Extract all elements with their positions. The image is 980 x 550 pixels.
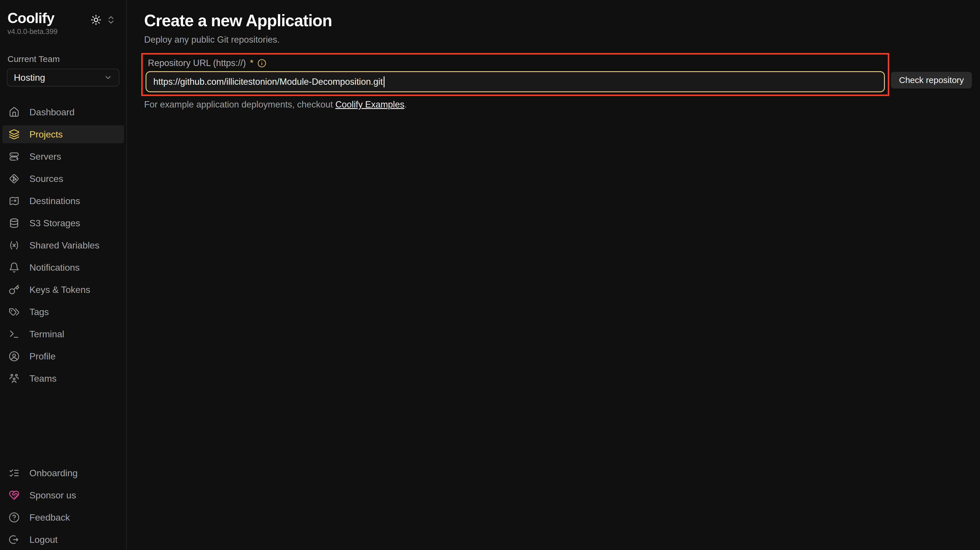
nav-label: Profile bbox=[29, 351, 56, 362]
nav-label: Projects bbox=[29, 129, 63, 140]
sidebar-item-tags[interactable]: Tags bbox=[2, 303, 124, 321]
logo-block: Coolify v4.0.0-beta.399 bbox=[8, 10, 58, 36]
tags-icon bbox=[9, 307, 20, 317]
required-marker: * bbox=[250, 58, 253, 68]
house-icon bbox=[9, 107, 20, 118]
sidebar-item-teams[interactable]: Teams bbox=[2, 370, 124, 388]
repository-url-label-row: Repository URL (https://) * bbox=[146, 58, 885, 68]
repository-url-label: Repository URL (https://) bbox=[148, 58, 246, 68]
bell-icon bbox=[9, 262, 20, 273]
sidebar-item-onboarding[interactable]: Onboarding bbox=[2, 464, 124, 482]
helper-text: For example application deployments, che… bbox=[144, 99, 972, 110]
app-logo: Coolify bbox=[8, 10, 58, 26]
sidebar-nav: Dashboard Projects Servers Sources Desti… bbox=[0, 103, 126, 388]
nav-label: Teams bbox=[29, 373, 56, 384]
app-version: v4.0.0-beta.399 bbox=[8, 27, 58, 36]
sidebar-item-s3-storages[interactable]: S3 Storages bbox=[2, 214, 124, 232]
nav-label: Sponsor us bbox=[29, 490, 76, 501]
coolify-examples-link[interactable]: Coolify Examples bbox=[335, 99, 404, 110]
main-content: Create a new Application Deploy any publ… bbox=[127, 0, 980, 550]
terminal-icon bbox=[9, 329, 20, 340]
sidebar-item-destinations[interactable]: Destinations bbox=[2, 192, 124, 210]
nav-label: Logout bbox=[29, 534, 58, 545]
chevron-down-icon bbox=[104, 73, 112, 82]
sidebar-item-notifications[interactable]: Notifications bbox=[2, 259, 124, 277]
sidebar-header: Coolify v4.0.0-beta.399 bbox=[0, 0, 126, 36]
highlight-outline-box: Repository URL (https://) * https://gith… bbox=[141, 53, 889, 96]
nav-label: Feedback bbox=[29, 512, 70, 523]
nav-label: Sources bbox=[29, 173, 63, 184]
helper-suffix: . bbox=[404, 99, 407, 110]
repository-url-input[interactable]: https://github.com/illicitestonion/Modul… bbox=[146, 71, 885, 92]
team-select[interactable]: Hosting bbox=[7, 68, 119, 86]
list-checks-icon bbox=[9, 467, 20, 478]
page-title: Create a new Application bbox=[144, 11, 972, 30]
helper-prefix: For example application deployments, che… bbox=[144, 99, 335, 110]
text-caret bbox=[383, 76, 385, 87]
database-icon bbox=[9, 218, 20, 229]
users-icon bbox=[9, 373, 20, 384]
sidebar-item-keys-tokens[interactable]: Keys & Tokens bbox=[2, 281, 124, 299]
nav-label: Keys & Tokens bbox=[29, 285, 90, 295]
check-repository-button[interactable]: Check repository bbox=[891, 72, 972, 89]
help-circle-icon bbox=[9, 512, 20, 523]
page-subtitle: Deploy any public Git repositories. bbox=[144, 35, 972, 45]
sidebar-item-servers[interactable]: Servers bbox=[2, 148, 124, 165]
sidebar-item-logout[interactable]: Logout bbox=[2, 531, 124, 548]
repository-url-value: https://github.com/illicitestonion/Modul… bbox=[153, 77, 383, 87]
nav-label: Notifications bbox=[29, 262, 80, 273]
heart-handshake-icon bbox=[9, 490, 20, 501]
sidebar: Coolify v4.0.0-beta.399 Current Team Hos… bbox=[0, 0, 127, 550]
info-icon[interactable] bbox=[258, 59, 266, 68]
variable-icon bbox=[9, 240, 20, 251]
logout-icon bbox=[9, 534, 20, 545]
sidebar-item-shared-variables[interactable]: Shared Variables bbox=[2, 236, 124, 254]
git-source-icon bbox=[9, 173, 20, 184]
sidebar-item-projects[interactable]: Projects bbox=[2, 126, 124, 143]
chevrons-up-down-icon[interactable] bbox=[106, 15, 116, 25]
sidebar-item-sponsor-us[interactable]: Sponsor us bbox=[2, 486, 124, 504]
nav-label: Tags bbox=[29, 307, 49, 317]
sidebar-item-dashboard[interactable]: Dashboard bbox=[2, 103, 124, 121]
nav-label: Destinations bbox=[29, 196, 80, 207]
team-select-value: Hosting bbox=[14, 72, 45, 83]
nav-label: Shared Variables bbox=[29, 240, 99, 251]
sidebar-footer-nav: Onboarding Sponsor us Feedback Logout bbox=[0, 464, 126, 548]
layers-icon bbox=[9, 129, 20, 140]
header-icons bbox=[91, 14, 116, 25]
nav-label: Servers bbox=[29, 151, 61, 162]
key-icon bbox=[9, 284, 20, 295]
nav-label: Terminal bbox=[29, 329, 64, 340]
nav-label: Dashboard bbox=[29, 107, 75, 118]
server-icon bbox=[9, 151, 20, 162]
user-circle-icon bbox=[9, 351, 20, 362]
nav-label: S3 Storages bbox=[29, 218, 80, 229]
sidebar-item-feedback[interactable]: Feedback bbox=[2, 509, 124, 526]
app-window: Coolify v4.0.0-beta.399 Current Team Hos… bbox=[0, 0, 980, 550]
nav-label: Onboarding bbox=[29, 468, 78, 478]
sidebar-item-terminal[interactable]: Terminal bbox=[2, 325, 124, 343]
current-team-label: Current Team bbox=[8, 54, 126, 64]
sidebar-item-profile[interactable]: Profile bbox=[2, 347, 124, 365]
map-icon bbox=[9, 196, 20, 207]
repository-form-row: Repository URL (https://) * https://gith… bbox=[141, 53, 972, 96]
sidebar-item-sources[interactable]: Sources bbox=[2, 170, 124, 188]
theme-sun-icon[interactable] bbox=[91, 14, 102, 25]
